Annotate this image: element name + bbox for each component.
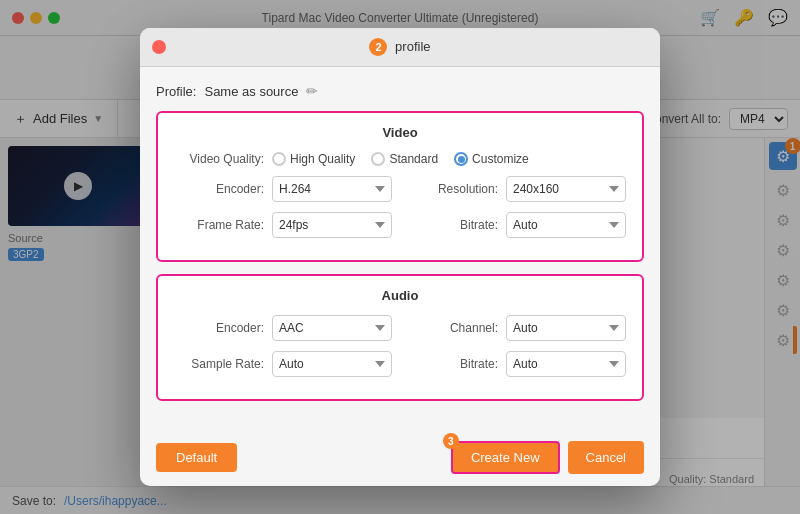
- resolution-select[interactable]: 240x160 640x480 1280x720: [506, 176, 626, 202]
- cancel-button[interactable]: Cancel: [568, 441, 644, 474]
- modal-title: 2 profile: [156, 38, 644, 56]
- modal-close-button[interactable]: [152, 40, 166, 54]
- video-bitrate-select[interactable]: Auto 128k 256k: [506, 212, 626, 238]
- video-section-title: Video: [174, 125, 626, 140]
- radio-customize-label: Customize: [472, 152, 529, 166]
- channel-label: Channel:: [450, 321, 498, 335]
- modal-body: Profile: Same as source ✏ Video Video Qu…: [140, 67, 660, 429]
- modal-title-text: profile: [395, 39, 430, 54]
- frame-rate-label: Frame Rate:: [174, 218, 264, 232]
- audio-section-box: Audio Encoder: AAC MP3 AC3 Channel: Auto…: [156, 274, 644, 401]
- resolution-label: Resolution:: [438, 182, 498, 196]
- radio-standard[interactable]: Standard: [371, 152, 438, 166]
- profile-value: Same as source: [204, 84, 298, 99]
- radio-customize[interactable]: Customize: [454, 152, 529, 166]
- radio-standard-label: Standard: [389, 152, 438, 166]
- radio-circle-high: [272, 152, 286, 166]
- audio-encoder-label: Encoder:: [174, 321, 264, 335]
- video-encoder-select[interactable]: H.264 H.265 MPEG-4: [272, 176, 392, 202]
- modal-overlay: 2 profile Profile: Same as source ✏ Vide…: [0, 0, 800, 514]
- audio-bitrate-select[interactable]: Auto 64k 128k: [506, 351, 626, 377]
- modal-footer: Default 3 Create New Cancel: [140, 429, 660, 486]
- sample-rate-select[interactable]: Auto 44100Hz 48000Hz: [272, 351, 392, 377]
- frame-rate-select[interactable]: 24fps 25fps 30fps: [272, 212, 392, 238]
- video-quality-row: Video Quality: High Quality Standard: [174, 152, 626, 166]
- video-bitrate-label: Bitrate:: [460, 218, 498, 232]
- audio-encoder-select[interactable]: AAC MP3 AC3: [272, 315, 392, 341]
- video-quality-label: Video Quality:: [174, 152, 264, 166]
- video-quality-radio-group: High Quality Standard Customize: [272, 152, 529, 166]
- footer-btn-group: 3 Create New Cancel: [451, 441, 644, 474]
- step2-badge: 2: [369, 38, 387, 56]
- radio-circle-standard: [371, 152, 385, 166]
- radio-circle-customize: [454, 152, 468, 166]
- profile-label: Profile:: [156, 84, 196, 99]
- modal-dialog: 2 profile Profile: Same as source ✏ Vide…: [140, 28, 660, 486]
- audio-bitrate-label: Bitrate:: [460, 357, 498, 371]
- channel-select[interactable]: Auto Mono Stereo: [506, 315, 626, 341]
- video-section-box: Video Video Quality: High Quality Standa…: [156, 111, 644, 262]
- audio-encoder-channel-row: Encoder: AAC MP3 AC3 Channel: Auto Mono …: [174, 315, 626, 341]
- video-encoder-label: Encoder:: [174, 182, 264, 196]
- default-button[interactable]: Default: [156, 443, 237, 472]
- modal-header: 2 profile: [140, 28, 660, 67]
- radio-dot-customize: [458, 156, 465, 163]
- audio-section-title: Audio: [174, 288, 626, 303]
- radio-high-quality[interactable]: High Quality: [272, 152, 355, 166]
- sample-rate-label: Sample Rate:: [174, 357, 264, 371]
- framerate-bitrate-row: Frame Rate: 24fps 25fps 30fps Bitrate: A…: [174, 212, 626, 238]
- encoder-resolution-row: Encoder: H.264 H.265 MPEG-4 Resolution: …: [174, 176, 626, 202]
- profile-row: Profile: Same as source ✏: [156, 83, 644, 99]
- step3-badge: 3: [443, 433, 459, 449]
- profile-edit-icon[interactable]: ✏: [306, 83, 318, 99]
- sample-rate-bitrate-row: Sample Rate: Auto 44100Hz 48000Hz Bitrat…: [174, 351, 626, 377]
- radio-high-label: High Quality: [290, 152, 355, 166]
- create-new-button[interactable]: Create New: [451, 441, 560, 474]
